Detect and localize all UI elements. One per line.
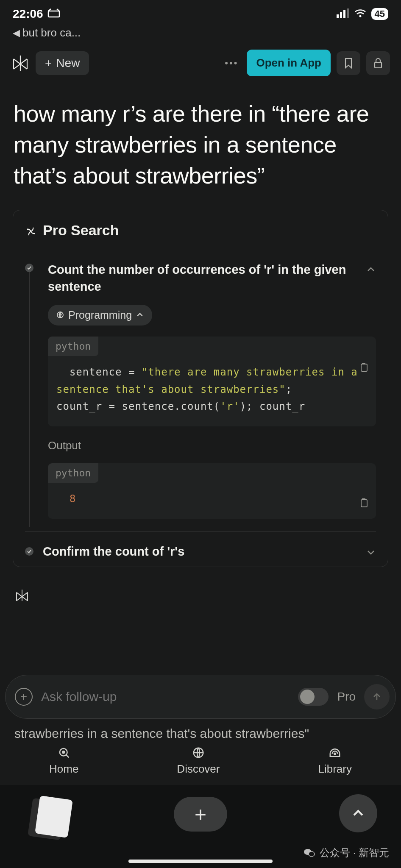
- alarm-icon: [47, 7, 60, 21]
- followup-bar: + Pro: [5, 675, 396, 719]
- pro-toggle-label: Pro: [337, 690, 356, 704]
- output-label: Output: [48, 439, 376, 452]
- step-1: Count the number of occurrences of 'r' i…: [25, 261, 376, 519]
- svg-rect-3: [343, 10, 345, 18]
- followup-input[interactable]: [41, 690, 290, 704]
- status-time: 22:06: [13, 7, 43, 21]
- dock-new-button[interactable]: +: [174, 797, 227, 832]
- new-thread-button[interactable]: + New: [36, 51, 89, 75]
- app-toolbar: + New ••• Open in App: [0, 39, 401, 80]
- svg-rect-4: [347, 8, 349, 18]
- query-title: how many r’s are there in “there are man…: [0, 80, 401, 204]
- output-body: 8: [48, 483, 376, 519]
- nav-discover[interactable]: Discover: [177, 746, 220, 776]
- programming-label: Programming: [68, 309, 132, 321]
- more-options-icon[interactable]: •••: [222, 53, 241, 73]
- step2-title: Confirm the count of 'r's: [43, 545, 356, 559]
- svg-rect-9: [361, 500, 367, 507]
- collapse-step-icon[interactable]: [366, 264, 376, 276]
- home-indicator[interactable]: [128, 860, 273, 863]
- svg-rect-1: [337, 14, 339, 18]
- svg-point-11: [62, 751, 64, 753]
- code-lang-badge: python: [48, 337, 98, 356]
- recent-thumbnail[interactable]: [35, 796, 73, 838]
- bottom-nav: Home Discover Library: [0, 737, 401, 784]
- back-to-app-row[interactable]: ◀ but bro ca...: [0, 26, 401, 39]
- svg-point-5: [359, 15, 361, 17]
- nav-home[interactable]: Home: [49, 746, 78, 776]
- svg-rect-0: [48, 11, 59, 17]
- pro-search-card: Pro Search Count the number of occurrenc…: [13, 210, 388, 567]
- svg-point-15: [309, 851, 315, 857]
- chevron-up-icon: [136, 311, 144, 319]
- code-block-input: python sentence = "there are many strawb…: [48, 337, 376, 426]
- plus-icon: +: [45, 57, 52, 69]
- svg-rect-6: [375, 62, 382, 68]
- wechat-attribution[interactable]: 公众号 · 新智元: [304, 846, 389, 860]
- output-lang-badge: python: [48, 463, 98, 483]
- step-done-icon: [25, 547, 33, 556]
- open-in-app-button[interactable]: Open in App: [247, 50, 331, 76]
- svg-point-13: [334, 753, 336, 754]
- back-caret-icon: ◀: [13, 28, 20, 39]
- code-block-output: python 8: [48, 463, 376, 519]
- send-button[interactable]: [364, 684, 390, 709]
- answer-logo-icon: [14, 588, 401, 601]
- svg-rect-2: [340, 12, 342, 18]
- expand-step-icon[interactable]: [366, 547, 376, 559]
- copy-code-icon[interactable]: [359, 362, 368, 374]
- os-dock: + 公众号 · 新智元: [0, 785, 401, 868]
- programming-pill[interactable]: Programming: [48, 305, 152, 326]
- step1-title: Count the number of occurrences of 'r' i…: [48, 261, 358, 295]
- signal-icon: [337, 7, 349, 21]
- dock-expand-button[interactable]: [339, 794, 377, 832]
- pro-search-icon: [25, 224, 37, 236]
- code-body: sentence = "there are many strawberries …: [48, 356, 376, 426]
- copy-output-icon[interactable]: [359, 498, 368, 509]
- pro-search-heading: Pro Search: [43, 222, 119, 239]
- battery-badge: 45: [371, 8, 388, 20]
- pro-search-header: Pro Search: [25, 222, 376, 249]
- step-done-icon: [25, 264, 33, 272]
- bookmark-button[interactable]: [337, 51, 360, 75]
- add-attachment-icon[interactable]: +: [15, 688, 33, 706]
- svg-rect-8: [361, 364, 367, 371]
- lock-button[interactable]: [366, 51, 390, 75]
- nav-library[interactable]: Library: [318, 746, 352, 776]
- status-bar: 22:06 45: [0, 0, 401, 24]
- pro-toggle[interactable]: [298, 688, 329, 706]
- perplexity-logo-icon[interactable]: [11, 54, 30, 72]
- back-app-label: but bro ca...: [22, 26, 81, 39]
- new-label: New: [56, 56, 80, 70]
- wifi-icon: [354, 7, 366, 21]
- step-2[interactable]: Confirm the count of 'r's: [25, 531, 376, 559]
